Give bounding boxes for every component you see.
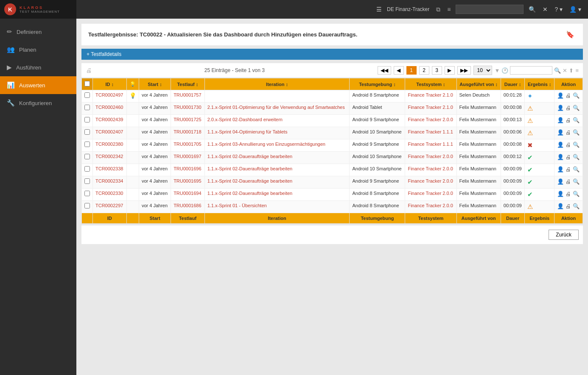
testlauf-link[interactable]: TRU0001730 xyxy=(174,105,201,110)
action-search-icon[interactable]: 🔍 xyxy=(573,142,580,148)
action-search-icon[interactable]: 🔍 xyxy=(573,178,580,185)
iteration-link[interactable]: 1.1.x-Sprint 03-Annullierung von Einzugs… xyxy=(207,142,325,147)
table-menu-icon[interactable]: ≡ xyxy=(575,67,579,74)
table-clear-icon[interactable]: ✕ xyxy=(563,67,567,74)
row-checkbox[interactable] xyxy=(84,166,90,172)
col-iteration[interactable]: Iteration ↕ xyxy=(204,78,350,90)
col-ergebnis[interactable]: Ergebnis ↕ xyxy=(525,78,554,90)
id-link[interactable]: TCR0002380 xyxy=(95,142,123,147)
testlauf-link[interactable]: TRU0001695 xyxy=(174,178,201,183)
page-3-button[interactable]: 3 xyxy=(432,66,442,75)
testlauf-link[interactable]: TRU0001694 xyxy=(174,191,201,196)
id-link[interactable]: TCR0002342 xyxy=(95,154,123,159)
row-checkbox[interactable] xyxy=(84,92,90,98)
testlauf-link[interactable]: TRU0001696 xyxy=(174,166,201,171)
iteration-link[interactable]: 1.1.x-Sprint 02-Daueraufträge bearbeiten xyxy=(207,166,293,171)
first-page-button[interactable]: ◀◀ xyxy=(378,66,391,75)
action-print-icon[interactable]: 🖨 xyxy=(566,117,571,123)
iteration-link[interactable]: 1.1.x-Sprint 02-Daueraufträge bearbeiten xyxy=(207,178,293,183)
testsystem-link[interactable]: Finance Tracker 2.1.0 xyxy=(408,105,453,110)
row-checkbox[interactable] xyxy=(84,105,90,110)
action-search-icon[interactable]: 🔍 xyxy=(573,154,580,160)
id-link[interactable]: TCR0002330 xyxy=(95,191,123,196)
table-search-input[interactable] xyxy=(510,66,552,75)
id-link[interactable]: TCR0002497 xyxy=(95,92,123,97)
action-print-icon[interactable]: 🖨 xyxy=(566,203,571,209)
col-testsystem[interactable]: Testsystem ↕ xyxy=(405,78,456,90)
testsystem-link[interactable]: Finance Tracker 1.1.1 xyxy=(408,129,453,134)
action-search-icon[interactable]: 🔍 xyxy=(573,203,580,209)
action-print-icon[interactable]: 🖨 xyxy=(566,166,571,172)
iteration-link[interactable]: 1.1.x-Sprint 01 - Übersichten xyxy=(207,203,267,208)
action-user-icon[interactable]: 👤 xyxy=(557,105,564,111)
testlauf-link[interactable]: TRU0001686 xyxy=(174,203,201,208)
iteration-link[interactable]: 2.1.x-Sprint 01-Optimierung für die Verw… xyxy=(207,105,345,110)
action-search-icon[interactable]: 🔍 xyxy=(573,92,580,99)
bookmark-icon[interactable]: 🔖 xyxy=(564,30,576,39)
clock-icon[interactable]: 🕐 xyxy=(501,67,508,74)
copy-icon[interactable]: ⧉ xyxy=(434,5,442,14)
iteration-link[interactable]: 2.0.x-Sprint 02-Dashboard erweitern xyxy=(207,117,283,122)
row-checkbox[interactable] xyxy=(84,142,90,147)
testsystem-link[interactable]: Finance Tracker 1.1.1 xyxy=(408,142,453,147)
col-check[interactable] xyxy=(82,78,93,90)
iteration-link[interactable]: 1.1.x-Sprint 04-Optimierung für Tablets xyxy=(207,129,288,134)
iteration-link[interactable]: 1.1.x-Sprint 02-Daueraufträge bearbeiten xyxy=(207,191,293,196)
testsystem-link[interactable]: Finance Tracker 2.0.0 xyxy=(408,154,453,159)
row-checkbox[interactable] xyxy=(84,178,90,184)
action-search-icon[interactable]: 🔍 xyxy=(573,191,580,197)
last-page-button[interactable]: ▶▶ xyxy=(457,66,471,75)
testsystem-link[interactable]: Finance Tracker 2.0.0 xyxy=(408,203,453,208)
row-checkbox[interactable] xyxy=(84,191,90,196)
action-user-icon[interactable]: 👤 xyxy=(557,191,564,197)
sidebar-item-auswerten[interactable]: 📊 Auswerten xyxy=(0,76,76,94)
help-icon[interactable]: ? ▾ xyxy=(553,5,564,14)
testsystem-link[interactable]: Finance Tracker 2.0.0 xyxy=(408,191,453,196)
col-start[interactable]: Start ↕ xyxy=(139,78,171,90)
sidebar-item-definieren[interactable]: ✏ Definieren xyxy=(0,23,76,41)
action-user-icon[interactable]: 👤 xyxy=(557,129,564,136)
back-button[interactable]: Zurück xyxy=(549,230,579,240)
page-2-button[interactable]: 2 xyxy=(419,66,429,75)
print-icon[interactable]: 🖨 xyxy=(86,67,92,74)
action-print-icon[interactable]: 🖨 xyxy=(566,191,571,197)
table-export-icon[interactable]: ⬆ xyxy=(569,67,574,74)
action-print-icon[interactable]: 🖨 xyxy=(566,105,571,111)
sidebar-item-planen[interactable]: 👥 Planen xyxy=(0,41,76,58)
testsystem-link[interactable]: Finance Tracker 2.1.0 xyxy=(408,92,453,97)
row-checkbox[interactable] xyxy=(84,129,90,135)
id-link[interactable]: TCR0002460 xyxy=(95,105,123,110)
topbar-search-icon[interactable]: 🔍 xyxy=(527,5,538,14)
iteration-link[interactable]: 1.1.x-Sprint 02-Daueraufträge bearbeiten xyxy=(207,154,293,159)
user-icon[interactable]: 👤 ▾ xyxy=(568,5,583,14)
filter-icon[interactable]: ▼ xyxy=(495,67,500,74)
topbar-search-input[interactable] xyxy=(456,5,524,14)
list-icon[interactable]: ≡ xyxy=(445,5,452,14)
action-search-icon[interactable]: 🔍 xyxy=(573,105,580,111)
testlauf-link[interactable]: TRU0001718 xyxy=(174,129,201,134)
action-print-icon[interactable]: 🖨 xyxy=(566,92,571,99)
action-print-icon[interactable]: 🖨 xyxy=(566,142,571,148)
action-search-icon[interactable]: 🔍 xyxy=(573,117,580,123)
action-user-icon[interactable]: 👤 xyxy=(557,154,564,160)
page-1-button[interactable]: 1 xyxy=(406,66,417,75)
select-all-checkbox[interactable] xyxy=(84,81,90,86)
action-search-icon[interactable]: 🔍 xyxy=(573,129,580,136)
row-checkbox[interactable] xyxy=(84,154,90,159)
row-checkbox[interactable] xyxy=(84,117,90,122)
action-user-icon[interactable]: 👤 xyxy=(557,117,564,123)
sidebar-item-konfigurieren[interactable]: 🔧 Konfigurieren xyxy=(0,94,76,112)
id-link[interactable]: TCR0002407 xyxy=(95,129,123,134)
testlauf-link[interactable]: TRU0001705 xyxy=(174,142,201,147)
next-page-button[interactable]: ▶ xyxy=(445,66,455,75)
col-id[interactable]: ID ↕ xyxy=(93,78,127,90)
prev-page-button[interactable]: ◀ xyxy=(394,66,404,75)
testsystem-link[interactable]: Finance Tracker 2.0.0 xyxy=(408,178,453,183)
row-checkbox[interactable] xyxy=(84,203,90,208)
col-testlauf[interactable]: Testlauf ↕ xyxy=(171,78,205,90)
action-user-icon[interactable]: 👤 xyxy=(557,92,564,99)
action-search-icon[interactable]: 🔍 xyxy=(573,166,580,172)
action-user-icon[interactable]: 👤 xyxy=(557,203,564,209)
per-page-select[interactable]: 10 25 50 xyxy=(473,66,492,75)
id-link[interactable]: TCR0002297 xyxy=(95,203,123,208)
